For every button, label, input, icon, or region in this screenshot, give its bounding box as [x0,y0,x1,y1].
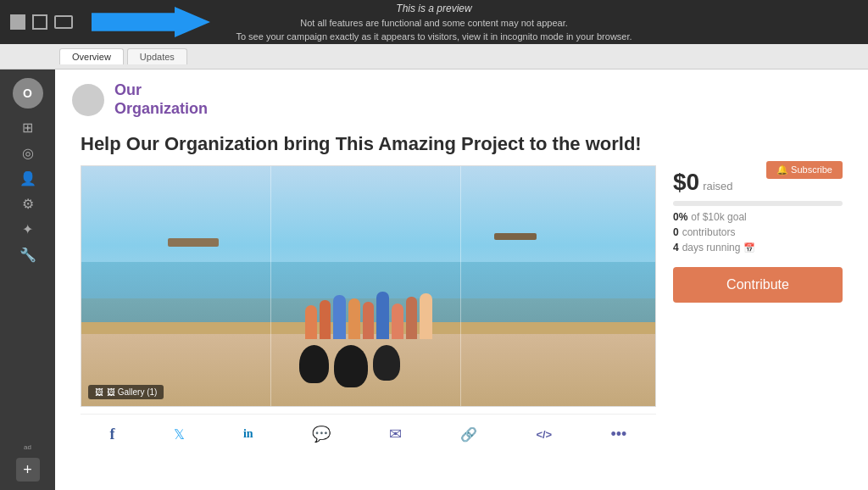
goal-stat: 0% of $10k goal [673,211,843,223]
more-options-icon[interactable]: ••• [610,426,626,443]
linkedin-icon[interactable]: in [243,427,253,441]
sidebar-add-icon[interactable]: + [16,458,40,482]
messenger-icon[interactable]: 💬 [312,425,331,443]
org-header: OurOrganization [55,70,868,125]
list-view-icon[interactable] [32,14,47,30]
raised-label: raised [703,180,732,192]
facebook-icon[interactable]: f [110,426,115,443]
gallery-icon: 🖼 [95,387,103,397]
main-layout: O ⊞ ◎ 👤 ⚙ ✦ 🔧 ad + OurOrganization Help … [0,70,868,490]
beach-scene [81,166,655,406]
grid-view-icon[interactable] [10,14,25,30]
sidebar-item-supporters[interactable]: 👤 [16,166,40,190]
nav-bar: Overview Updates [0,44,868,70]
goal-text: of $10k goal [691,211,746,223]
desktop-view-icon[interactable] [54,15,73,29]
campaign-title: Help Our Organization bring This Amazing… [81,133,843,155]
campaign-body: 🖼 🖼 Gallery (1) f 𝕏 in 💬 ✉ 🔗 </> ••• [81,165,843,454]
back-arrow-icon[interactable] [92,7,210,37]
stats-panel: $0 raised 0% of $10k goal 0 contributors [673,165,843,303]
sidebar-item-tools[interactable]: 🔧 [16,242,40,266]
campaign-image: 🖼 🖼 Gallery (1) [81,165,656,407]
days-count: 4 [673,242,679,253]
sidebar-nav: ⊞ ◎ 👤 ⚙ ✦ 🔧 [0,115,55,266]
top-bar: This is a preview Not all features are f… [0,0,868,44]
boat-1 [168,238,219,247]
twitter-icon[interactable]: 𝕏 [174,426,185,443]
gallery-label[interactable]: 🖼 🖼 Gallery (1) [88,385,164,399]
tab-updates[interactable]: Updates [127,48,187,64]
sidebar-item-star[interactable]: ✦ [16,217,40,241]
add-label: ad [24,443,31,451]
contribute-button[interactable]: Contribute [673,267,843,303]
org-name: OurOrganization [114,81,208,118]
content-area: OurOrganization Help Our Organization br… [55,70,868,490]
sidebar-item-dashboard[interactable]: ⊞ [16,115,40,139]
progress-bar-container [673,201,843,206]
col-divider-2 [460,166,461,406]
days-label: days running [682,242,741,253]
subscribe-button[interactable]: 🔔 Subscribe [766,161,843,179]
image-section: 🖼 🖼 Gallery (1) f 𝕏 in 💬 ✉ 🔗 </> ••• [81,165,656,454]
link-icon[interactable]: 🔗 [460,426,477,443]
campaign-wrapper: Help Our Organization bring This Amazing… [55,125,868,462]
avatar[interactable]: O [13,78,43,109]
tab-overview[interactable]: Overview [59,48,124,64]
boat-2 [494,233,537,240]
sidebar-item-campaigns[interactable]: ◎ [16,141,40,164]
view-toggle[interactable] [0,14,83,30]
sidebar: O ⊞ ◎ 👤 ⚙ ✦ 🔧 ad + [0,70,55,490]
goal-percent: 0% [673,211,687,223]
contributors-count: 0 [673,226,679,238]
people-group [305,292,432,339]
social-bar: f 𝕏 in 💬 ✉ 🔗 </> ••• [81,414,656,454]
col-divider-1 [270,166,271,406]
sidebar-bottom: ad + [16,448,40,490]
preview-notice: This is a preview Not all features are f… [236,1,632,44]
days-stat: 4 days running 📅 [673,242,843,253]
sidebar-item-settings[interactable]: ⚙ [16,192,40,215]
org-logo [72,84,104,116]
back-arrow-container [92,7,210,37]
contributors-label: contributors [682,226,736,238]
contributors-stat: 0 contributors [673,226,843,238]
trash-bags [299,345,400,387]
code-icon[interactable]: </> [536,428,552,441]
email-icon[interactable]: ✉ [389,425,402,443]
raised-value: $0 [673,169,699,196]
calendar-icon: 📅 [743,242,755,253]
